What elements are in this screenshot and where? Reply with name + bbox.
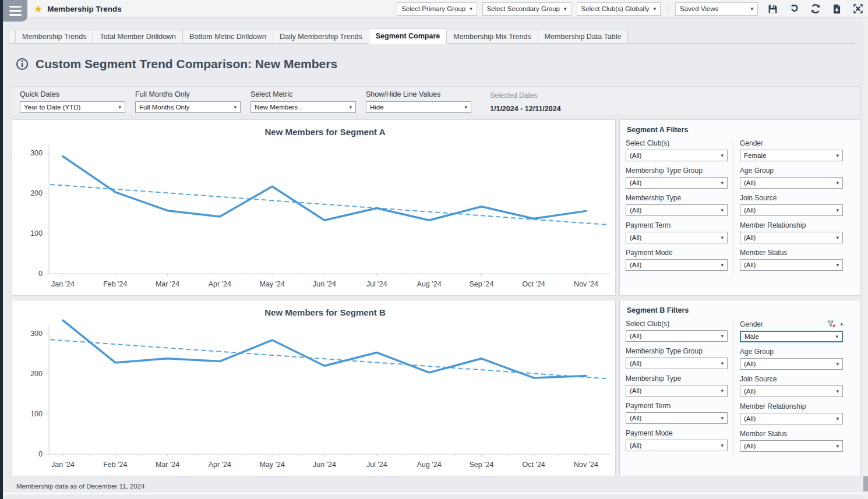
svg-text:Aug '24: Aug '24 — [417, 280, 442, 288]
caret-down-icon: ▾ — [721, 180, 724, 186]
filter-select-segment-a-filters-membership-type[interactable]: (All)▾ — [626, 204, 728, 216]
dropdown-label: Select Primary Group — [401, 5, 465, 12]
svg-text:Oct '24: Oct '24 — [523, 461, 545, 469]
filter-select-segment-b-filters-membership-type-group[interactable]: (All)▾ — [626, 358, 728, 369]
filter-field-join-source: Join Source(All)▾ — [740, 194, 843, 216]
filter-select-segment-b-filters-member-status[interactable]: (All)▾ — [740, 440, 843, 452]
info-icon[interactable] — [16, 58, 29, 70]
tab-total-member-drilldown[interactable]: Total Member Drilldown — [93, 30, 182, 43]
select-secondary-group-dropdown[interactable]: Select Secondary Group ▾ — [482, 2, 571, 16]
expand-icon[interactable] — [853, 3, 863, 14]
filter-label: Join Source — [740, 375, 777, 383]
filter-field-payment-mode: Payment Mode(All)▾ — [626, 429, 728, 451]
tab-membership-data-table[interactable]: Membership Data Table — [538, 30, 629, 43]
filter-select-segment-a-filters-select-club-s[interactable]: (All)▾ — [626, 150, 728, 161]
filter-select-segment-b-filters-gender[interactable]: Male▾ — [740, 331, 843, 342]
filter-field-payment-term: Payment Term(All)▾ — [626, 221, 728, 243]
clear-filter-icon[interactable] — [827, 320, 836, 328]
vertical-scrollbar-track[interactable] — [863, 17, 868, 499]
dropdown-label: Saved Views — [680, 5, 718, 12]
filter-field-member-status: Member Status(All)▾ — [740, 249, 843, 271]
caret-down-icon: ▾ — [470, 6, 472, 12]
filter-select-segment-a-filters-join-source[interactable]: (All)▾ — [740, 204, 843, 216]
svg-text:Jan '24: Jan '24 — [51, 461, 75, 469]
caret-down-icon: ▾ — [721, 333, 724, 339]
svg-text:100: 100 — [30, 410, 43, 418]
filter-select-segment-a-filters-payment-term[interactable]: (All)▾ — [626, 232, 728, 243]
selected-value: (All) — [630, 179, 641, 186]
svg-text:New Members for Segment A: New Members for Segment A — [265, 127, 386, 137]
filter-select-segment-b-filters-payment-term[interactable]: (All)▾ — [626, 412, 728, 424]
caret-down-icon: ▾ — [721, 262, 724, 268]
control-select-full-months-only[interactable]: Full Months Only▾ — [135, 101, 241, 113]
filter-select-segment-a-filters-gender[interactable]: Female▾ — [740, 150, 843, 161]
selected-value: (All) — [630, 261, 641, 268]
saved-views-dropdown[interactable]: Saved Views ▾ — [675, 2, 758, 16]
svg-text:May '24: May '24 — [260, 280, 285, 288]
save-icon[interactable] — [768, 4, 778, 14]
svg-text:Feb '24: Feb '24 — [103, 461, 127, 469]
filter-label: Payment Mode — [626, 249, 673, 257]
bottom-divider — [3, 493, 863, 494]
filter-label: Member Status — [740, 430, 787, 438]
filter-field-member-relationship: Member Relationship(All)▾ — [740, 402, 843, 424]
tab-stub — [9, 30, 15, 43]
tab-bottom-metric-drilldown[interactable]: Bottom Metric Drilldown — [182, 30, 273, 43]
filter-label: Age Group — [740, 167, 774, 175]
filter-select-segment-b-filters-age-group[interactable]: (All)▾ — [740, 358, 843, 370]
filter-label: Age Group — [740, 348, 774, 356]
tab-membership-trends[interactable]: Membership Trends — [15, 30, 93, 43]
select-primary-group-dropdown[interactable]: Select Primary Group ▾ — [397, 2, 477, 16]
caret-down-icon: ▾ — [721, 443, 724, 448]
caret-down-icon[interactable]: ▾ — [840, 321, 843, 327]
filter-field-join-source: Join Source(All)▾ — [740, 375, 843, 397]
filter-field-payment-mode: Payment Mode(All)▾ — [626, 249, 728, 271]
hamburger-menu-button[interactable] — [3, 0, 27, 22]
filter-select-segment-b-filters-join-source[interactable]: (All)▾ — [740, 385, 843, 397]
caret-down-icon: ▾ — [836, 235, 839, 240]
undo-icon[interactable] — [789, 3, 799, 14]
svg-text:Nov '24: Nov '24 — [574, 461, 598, 469]
segment-a-line-chart[interactable]: New Members for Segment A0100200300Jan '… — [12, 120, 615, 295]
svg-text:Mar '24: Mar '24 — [156, 280, 179, 288]
segment-a-filters-panel: Segment A FiltersSelect Club(s)(All)▾Mem… — [619, 119, 861, 296]
tab-segment-compare[interactable]: Segment Compare — [369, 29, 446, 44]
filter-select-segment-a-filters-membership-type-group[interactable]: (All)▾ — [626, 177, 728, 189]
filter-label: Gender — [740, 139, 763, 147]
filter-field-member-status: Member Status(All)▾ — [740, 430, 843, 452]
caret-down-icon: ▾ — [721, 388, 724, 394]
filter-select-segment-b-filters-membership-type[interactable]: (All)▾ — [626, 385, 728, 397]
favorite-star-icon[interactable]: ★ — [34, 4, 43, 14]
tab-daily-membership-trends[interactable]: Daily Membership Trends — [273, 30, 369, 43]
filter-select-segment-b-filters-member-relationship[interactable]: (All)▾ — [740, 413, 843, 424]
selected-value: (All) — [630, 332, 641, 339]
control-label: Show/Hide Line Values — [366, 90, 471, 98]
caret-down-icon: ▾ — [835, 334, 838, 339]
svg-text:Nov '24: Nov '24 — [574, 280, 598, 288]
svg-text:New Members for Segment B: New Members for Segment B — [264, 307, 386, 317]
filter-select-segment-a-filters-member-relationship[interactable]: (All)▾ — [740, 232, 843, 243]
control-select-show-hide-line-values[interactable]: Hide▾ — [366, 101, 471, 113]
control-select-quick-dates[interactable]: Year to Date (YTD)▾ — [20, 101, 125, 113]
caret-down-icon: ▾ — [721, 415, 724, 421]
select-clubs-globally-dropdown[interactable]: Select Club(s) Globally ▾ — [577, 2, 661, 16]
caret-down-icon: ▾ — [836, 443, 839, 449]
toolbar-divider — [668, 3, 668, 14]
export-icon[interactable] — [832, 4, 842, 14]
filter-label: Member Relationship — [740, 221, 806, 229]
filter-select-segment-b-filters-select-club-s[interactable]: (All)▾ — [626, 330, 728, 342]
filter-select-segment-a-filters-age-group[interactable]: (All)▾ — [740, 177, 843, 189]
svg-text:0: 0 — [38, 270, 43, 278]
filter-select-segment-a-filters-payment-mode[interactable]: (All)▾ — [626, 259, 728, 271]
caret-down-icon: ▾ — [564, 6, 567, 12]
segment-filters-title: Segment B Filters — [620, 305, 860, 320]
refresh-icon[interactable] — [810, 3, 821, 14]
segment-b-line-chart[interactable]: New Members for Segment B0100200300Jan '… — [12, 300, 615, 476]
selected-value: Female — [744, 152, 766, 159]
filter-label: Payment Term — [626, 221, 671, 229]
filter-select-segment-b-filters-payment-mode[interactable]: (All)▾ — [626, 440, 728, 451]
filter-select-segment-a-filters-member-status[interactable]: (All)▾ — [740, 259, 843, 271]
control-select-select-metric[interactable]: New Members▾ — [250, 101, 356, 113]
vertical-scrollbar-thumb[interactable] — [863, 476, 868, 491]
tab-membership-mix-trends[interactable]: Membership Mix Trends — [446, 30, 537, 43]
